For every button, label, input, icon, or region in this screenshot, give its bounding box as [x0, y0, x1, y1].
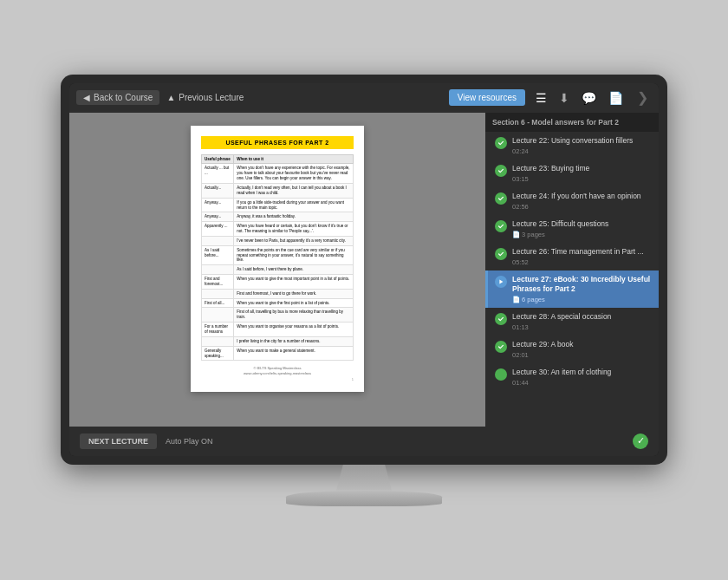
sidebar-item-meta: 02:56	[512, 203, 652, 211]
top-bar: ◀ Back to Course ▲ Previous Lecture View…	[69, 83, 659, 113]
sidebar-item-meta: 01:13	[512, 323, 652, 331]
usage-cell: When you want to give the first point in…	[234, 298, 354, 308]
sidebar-item-meta: 05:52	[512, 258, 652, 266]
back-label: Back to Course	[94, 93, 153, 102]
status-icon-lecture-29	[495, 341, 507, 353]
sidebar-item-lecture-30[interactable]: Lecture 30: An item of clothing01:44	[485, 363, 659, 391]
view-resources-button[interactable]: View resources	[449, 89, 525, 106]
auto-play-label: Auto Play ON	[166, 437, 213, 446]
table-row: For a number of reasonsWhen you want to …	[202, 323, 354, 337]
sidebar-section-header: Section 6 - Model answers for Part 2	[485, 113, 659, 132]
usage-cell: Actually, I don't read very often, but I…	[234, 183, 354, 198]
prev-icon: ▲	[166, 93, 175, 102]
table-row: Apparently ...When you have heard or cer…	[202, 222, 354, 237]
sidebar-item-meta: 02:01	[512, 351, 652, 359]
usage-cell: I prefer living in the city for a number…	[234, 336, 354, 346]
status-icon-lecture-24	[495, 192, 507, 205]
status-icon-lecture-26	[495, 248, 507, 260]
sidebar-item-lecture-27[interactable]: Lecture 27: eBook: 30 Incredibly Useful …	[485, 270, 659, 308]
table-row: First of all, travelling by bus is more …	[202, 308, 354, 323]
table-row: I've never been to Paris, but apparently…	[202, 236, 354, 245]
usage-cell: When you have heard or certain, but you …	[234, 222, 354, 237]
sidebar-item-meta: 03:15	[512, 175, 652, 183]
sidebar-item-lecture-23[interactable]: Lecture 23: Buying time03:15	[485, 160, 659, 187]
sidebar-item-title: Lecture 25: Difficult questions	[512, 219, 652, 229]
usage-cell: As I said before, I went there by plane.	[234, 265, 354, 275]
table-row: First of all...When you want to give the…	[202, 298, 354, 308]
main-content-viewer: USEFUL PHRASES FOR PART 2 Useful phrase …	[69, 113, 485, 427]
back-icon: ◀	[83, 93, 90, 102]
list-icon[interactable]: ☰	[532, 89, 550, 107]
completion-check-icon[interactable]: ✓	[633, 433, 648, 449]
table-row: First and foremost...When you want to gi…	[202, 275, 354, 290]
phrase-cell: Apparently ...	[202, 222, 234, 237]
sidebar-item-meta: 📄 3 pages	[512, 231, 652, 238]
sidebar-items-list: Lecture 22: Using conversation fillers02…	[485, 132, 659, 391]
phrase-cell	[202, 308, 234, 323]
sidebar-item-lecture-29[interactable]: Lecture 29: A book02:01	[485, 336, 659, 363]
table-row: As I said before...Sometimes the points …	[202, 245, 354, 265]
table-row: Anyway...Anyway, it was a fantastic holi…	[202, 212, 354, 222]
usage-cell: When you want to organise your reasons a…	[234, 323, 354, 337]
sidebar-item-lecture-22[interactable]: Lecture 22: Using conversation fillers02…	[485, 132, 659, 160]
table-row: Actually ... but ...When you don't have …	[202, 164, 354, 184]
usage-cell: Anyway, it was a fantastic holiday.	[234, 212, 354, 222]
col-header-usage: When to use it	[234, 154, 354, 164]
usage-cell: When you don't have any experience with …	[234, 164, 354, 184]
back-to-course-button[interactable]: ◀ Back to Course	[76, 90, 159, 105]
phrase-cell: First of all...	[202, 298, 234, 308]
monitor-screen: ◀ Back to Course ▲ Previous Lecture View…	[69, 83, 659, 456]
sidebar-item-title: Lecture 22: Using conversation fillers	[512, 136, 652, 146]
usage-cell: When you want to make a general statemen…	[234, 346, 354, 361]
table-row: I prefer living in the city for a number…	[202, 336, 354, 346]
sidebar-item-title: Lecture 24: If you don't have an opinion	[512, 192, 652, 201]
sidebar-item-lecture-26[interactable]: Lecture 26: Time management in Part ...0…	[485, 243, 659, 270]
sidebar-item-meta: 📄 6 pages	[512, 296, 652, 303]
sidebar-item-meta: 02:24	[512, 147, 652, 155]
table-row: First and foremost, I want to go there f…	[202, 289, 354, 298]
download-icon[interactable]: ⬇	[556, 89, 573, 107]
phrase-cell	[202, 336, 234, 346]
phrase-cell: Actually...	[202, 183, 234, 198]
next-arrow-icon[interactable]: ❯	[634, 88, 652, 108]
sidebar-item-lecture-25[interactable]: Lecture 25: Difficult questions📄 3 pages	[485, 215, 659, 243]
document-title: USEFUL PHRASES FOR PART 2	[201, 136, 354, 149]
status-icon-lecture-27	[495, 276, 507, 288]
table-row: Anyway...If you go a little side-tracked…	[202, 198, 354, 212]
bottom-bar: NEXT LECTURE Auto Play ON ✓	[69, 427, 659, 456]
content-area: USEFUL PHRASES FOR PART 2 Useful phrase …	[69, 113, 659, 427]
phrase-cell: Generally speaking...	[202, 346, 234, 361]
status-icon-lecture-22	[495, 137, 507, 149]
usage-cell: If you go a little side-tracked during y…	[234, 198, 354, 212]
sidebar-item-lecture-24[interactable]: Lecture 24: If you don't have an opinion…	[485, 187, 659, 215]
previous-lecture-button[interactable]: ▲ Previous Lecture	[166, 93, 244, 102]
phrase-cell: Anyway...	[202, 198, 234, 212]
document-icon[interactable]: 📄	[605, 89, 627, 107]
phrase-cell	[202, 265, 234, 275]
phrase-cell	[202, 236, 234, 245]
table-row: As I said before, I went there by plane.	[202, 265, 354, 275]
phrases-table: Useful phrase When to use it Actually ..…	[201, 154, 354, 362]
table-row: Actually...Actually, I don't read very o…	[202, 183, 354, 198]
sidebar: Section 6 - Model answers for Part 2 Lec…	[485, 113, 659, 427]
phrase-cell: First and foremost...	[202, 275, 234, 290]
status-icon-lecture-30	[495, 368, 507, 381]
status-icon-lecture-28	[495, 313, 507, 325]
monitor-stand-neck	[329, 465, 399, 491]
monitor-wrapper: ◀ Back to Course ▲ Previous Lecture View…	[61, 75, 667, 506]
usage-cell: Sometimes the points on the cue card are…	[234, 245, 354, 265]
sidebar-item-meta: 01:44	[512, 379, 652, 387]
sidebar-item-lecture-28[interactable]: Lecture 28: A special occasion01:13	[485, 308, 659, 336]
sidebar-item-title: Lecture 27: eBook: 30 Incredibly Useful …	[512, 275, 652, 294]
status-icon-lecture-23	[495, 165, 507, 177]
phrase-cell: As I said before...	[202, 245, 234, 265]
sidebar-item-title: Lecture 23: Buying time	[512, 164, 652, 173]
sidebar-item-title: Lecture 30: An item of clothing	[512, 368, 652, 377]
monitor-stand-base	[286, 491, 442, 506]
next-lecture-button[interactable]: NEXT LECTURE	[80, 433, 157, 449]
phrase-cell: Actually ... but ...	[202, 164, 234, 184]
comment-icon[interactable]: 💬	[578, 89, 600, 107]
usage-cell: When you want to give the most important…	[234, 275, 354, 290]
sidebar-item-title: Lecture 26: Time management in Part ...	[512, 247, 652, 257]
sidebar-item-title: Lecture 29: A book	[512, 340, 652, 349]
